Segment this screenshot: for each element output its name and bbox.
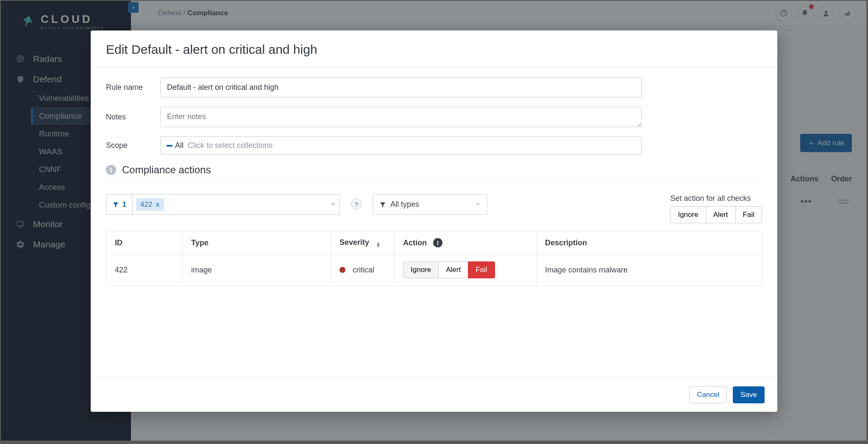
cell-action: Ignore Alert Fail — [395, 255, 537, 286]
compliance-actions-section: 1 Compliance actions — [106, 164, 762, 180]
row-action-group: Ignore Alert Fail — [403, 261, 495, 278]
cell-description: Image contains malware — [537, 255, 762, 286]
scope-all-swatch-icon — [167, 145, 172, 147]
filter-icon — [379, 201, 386, 208]
col-id[interactable]: ID — [106, 231, 183, 255]
section-number-badge: 1 — [106, 165, 116, 175]
type-filter-select[interactable]: All types — [373, 194, 487, 215]
set-all-alert-button[interactable]: Alert — [706, 206, 736, 223]
modal-title: Edit Default - alert on critical and hig… — [91, 31, 777, 67]
filter-chip[interactable]: 422 x — [136, 198, 164, 211]
table-row: 422 image critical Ignore Alert Fail — [106, 255, 762, 286]
cell-type: image — [183, 255, 331, 286]
set-all-button-group: Ignore Alert Fail — [670, 206, 762, 223]
row-alert-button[interactable]: Alert — [438, 261, 468, 278]
filter-help-icon[interactable]: ? — [351, 199, 362, 210]
set-all-label: Set action for all checks — [670, 194, 762, 203]
filter-clear-icon[interactable]: × — [331, 200, 335, 209]
chip-remove-icon[interactable]: x — [156, 200, 159, 209]
cancel-button[interactable]: Cancel — [689, 386, 727, 403]
notes-input[interactable] — [160, 107, 642, 127]
save-button[interactable]: Save — [733, 386, 765, 403]
cell-id: 422 — [106, 255, 183, 286]
col-action[interactable]: Action ! — [395, 231, 537, 255]
col-type[interactable]: Type — [183, 231, 331, 255]
col-description[interactable]: Description — [537, 231, 762, 255]
rule-name-label: Rule name — [106, 83, 160, 92]
filter-icon — [112, 201, 119, 208]
edit-rule-modal: Edit Default - alert on critical and hig… — [91, 31, 777, 412]
set-all-fail-button[interactable]: Fail — [735, 206, 762, 223]
set-all-ignore-button[interactable]: Ignore — [670, 206, 706, 223]
scope-label: Scope — [106, 141, 160, 150]
col-severity[interactable]: Severity ▲▼ — [331, 231, 395, 255]
compliance-table: ID Type Severity ▲▼ Action ! Description — [106, 231, 762, 286]
section-title: Compliance actions — [122, 164, 211, 176]
cell-severity: critical — [331, 255, 395, 286]
sort-arrows-icon[interactable]: ▲▼ — [376, 241, 381, 247]
chevron-down-icon — [475, 200, 481, 209]
info-icon[interactable]: ! — [433, 238, 442, 247]
notes-label: Notes — [106, 113, 160, 122]
row-fail-button[interactable]: Fail — [468, 261, 495, 278]
rule-name-input[interactable] — [160, 78, 642, 97]
severity-dot-icon — [339, 267, 345, 273]
scope-input[interactable]: All Click to select collections — [160, 136, 642, 155]
row-ignore-button[interactable]: Ignore — [403, 261, 439, 278]
filter-input[interactable]: 1 422 x × — [106, 194, 340, 215]
